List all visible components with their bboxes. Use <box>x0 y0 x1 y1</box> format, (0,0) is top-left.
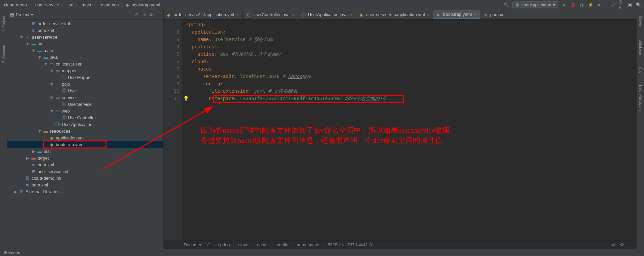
tree-arrow-icon[interactable]: ▼ <box>50 82 54 87</box>
tree-label: External Libraries <box>26 189 59 194</box>
crumb[interactable]: bootstrap.yaml <box>130 2 161 7</box>
left-tool-stripe: 1: Project 7: Structure <box>0 10 7 249</box>
bc-item[interactable]: cloud: <box>238 242 250 247</box>
code-line[interactable]: name: userservice # 服务名称 <box>186 36 637 43</box>
tab-label: bootstrap.yaml <box>443 12 472 17</box>
tab-label: UserApplication.java <box>308 12 348 17</box>
tree-arrow-icon[interactable]: ▼ <box>50 95 54 100</box>
code-line[interactable]: nacos: <box>186 65 637 73</box>
editor-tab[interactable]: mpom.xn <box>480 10 508 19</box>
editor-tab[interactable]: ⒸUserController.java× <box>243 10 298 19</box>
code-line[interactable]: spring: <box>186 21 637 28</box>
tool-tab-bean-validation[interactable]: Bean Validation <box>639 82 643 113</box>
tool-tab-structure[interactable]: 7: Structure <box>2 41 6 66</box>
tree-item[interactable]: ▼▬src <box>7 40 163 47</box>
tool-tab-ant[interactable]: Ant <box>639 65 643 76</box>
tree-arrow-icon[interactable]: ▶ <box>32 149 36 154</box>
tree-arrow-icon[interactable]: ▶ <box>13 189 17 194</box>
tree-item[interactable]: ⒸUser <box>7 87 163 94</box>
search-icon[interactable]: 🔍 <box>636 2 641 8</box>
code-line[interactable]: cloud: <box>186 58 637 65</box>
run-icon[interactable]: ▶ <box>562 2 567 8</box>
close-icon[interactable]: × <box>427 12 430 17</box>
tree-item[interactable]: ▼▬java <box>7 54 163 60</box>
services-tab[interactable]: Services <box>3 250 20 255</box>
crumb[interactable]: resources <box>98 2 120 7</box>
tree-item[interactable]: ▶⊞External Libraries <box>7 188 163 195</box>
close-icon[interactable]: × <box>474 12 476 17</box>
crumb[interactable]: src <box>66 2 75 7</box>
tree-label: service <box>62 95 76 100</box>
code-line[interactable]: active: dev #开发环境，这里是dev <box>186 50 637 58</box>
gear-icon[interactable]: ✿ <box>149 12 153 17</box>
gear-icon[interactable]: ✿ <box>620 242 624 247</box>
tree-item[interactable]: mpom.xml <box>7 27 163 34</box>
tree-item[interactable]: ▼▪user-service <box>7 34 163 40</box>
hide-icon[interactable]: — <box>156 12 161 17</box>
tree-item[interactable]: ▼▬main <box>7 47 163 54</box>
tree-item[interactable]: ⒾUserMapper <box>7 74 163 81</box>
close-icon[interactable]: × <box>350 12 352 17</box>
layout-icon[interactable]: ▣ <box>627 2 633 8</box>
crumb[interactable]: main <box>80 2 92 7</box>
breadcrumbs[interactable]: cloud-demo〉 user-service〉 src〉 main〉 res… <box>3 2 504 8</box>
run-configuration-selector[interactable]: ⬢ UserApplication ▾ <box>512 1 558 8</box>
code-line[interactable]: file-extension: yaml # 文件后缀名 <box>186 87 637 95</box>
tree-item[interactable]: ▼▭mapper <box>7 67 163 74</box>
tree-arrow-icon[interactable]: ▼ <box>32 48 36 53</box>
soft-wrap-icon[interactable]: ⏎ <box>611 242 615 247</box>
tree-arrow-icon[interactable]: ▼ <box>19 35 24 40</box>
tree-item[interactable]: ▼▭service <box>7 94 163 101</box>
crumb[interactable]: cloud-demo <box>3 2 28 7</box>
git-icon[interactable]: ⎇ <box>610 2 615 8</box>
tool-tab-database[interactable]: Database <box>639 37 643 58</box>
editor-tab[interactable]: ◆order-service\...\application.yml× <box>164 10 243 19</box>
hide-icon[interactable]: — <box>629 242 633 247</box>
bc-item[interactable]: config: <box>277 242 290 247</box>
attach-icon[interactable]: ⚡ <box>588 2 593 8</box>
tree-item[interactable]: ▼▭cn.itcast.user <box>7 60 163 67</box>
editor-breadcrumbs[interactable]: Document 1/1〉 spring:〉 cloud:〉 nacos:〉 c… <box>164 241 637 249</box>
tree-item[interactable]: 🖹cloud-demo.iml <box>7 175 163 181</box>
tool-tab-maven[interactable]: Maven <box>639 13 643 30</box>
editor-tabs[interactable]: ◆order-service\...\application.yml×ⒸUser… <box>164 10 637 19</box>
debug-icon[interactable]: 🐞 <box>570 2 576 8</box>
tree-arrow-icon[interactable]: ▶ <box>26 156 30 161</box>
close-icon[interactable]: × <box>236 12 239 17</box>
locate-icon[interactable]: ⊕ <box>135 12 139 17</box>
tree-item[interactable]: mpom.xml <box>7 181 163 188</box>
tree-arrow-icon[interactable]: ▼ <box>38 129 42 134</box>
close-icon[interactable]: × <box>292 12 294 17</box>
editor-tab[interactable]: ⒸUserApplication.java× <box>298 10 356 19</box>
file-icon: m <box>483 12 488 17</box>
bc-item[interactable]: nacos: <box>257 242 270 247</box>
tree-item[interactable]: ▼▭pojo <box>7 81 163 87</box>
bc-item[interactable]: Document 1/1 <box>184 242 211 247</box>
code-line[interactable]: profiles: <box>186 43 637 50</box>
bc-item[interactable]: 5328b1fa-737d-4c41-8... <box>328 242 375 247</box>
tree-label: order-service.iml <box>38 21 70 26</box>
tree-arrow-icon[interactable]: ▼ <box>38 55 42 60</box>
code-line[interactable]: application: <box>186 28 637 36</box>
crumb[interactable]: user-service <box>34 2 60 7</box>
tree-item[interactable]: 🖹order-service.iml <box>7 20 163 27</box>
expand-icon[interactable]: ⇲ <box>142 12 146 17</box>
code-line[interactable]: server-addr: localhost:8848 # Nacos地址 <box>186 73 637 80</box>
translate-icon[interactable]: 文A <box>618 2 624 8</box>
tool-tab-project[interactable]: 1: Project <box>2 13 6 34</box>
bc-item[interactable]: namespace: <box>297 242 320 247</box>
tree-arrow-icon[interactable]: ▼ <box>50 109 54 114</box>
chevron-down-icon[interactable]: ▾ <box>31 12 33 17</box>
tree-arrow-icon[interactable]: ▼ <box>26 41 30 46</box>
code-line[interactable]: config: <box>186 80 637 87</box>
editor-tab[interactable]: ◆user-service\...\application.yml× <box>356 10 433 19</box>
bc-item[interactable]: spring: <box>218 242 231 247</box>
tree-label: bootstrap.yaml <box>56 142 84 147</box>
tree-arrow-icon[interactable]: ▼ <box>50 68 54 73</box>
tree-arrow-icon[interactable]: ▼ <box>44 61 48 67</box>
editor-tab[interactable]: ◆bootstrap.yaml× <box>433 10 480 19</box>
profile-icon[interactable]: ◔ <box>579 2 585 8</box>
tree-label: pom.xml <box>38 28 54 33</box>
build-icon[interactable]: 🔨 <box>504 2 509 8</box>
stop-icon[interactable]: ■ <box>597 2 602 8</box>
